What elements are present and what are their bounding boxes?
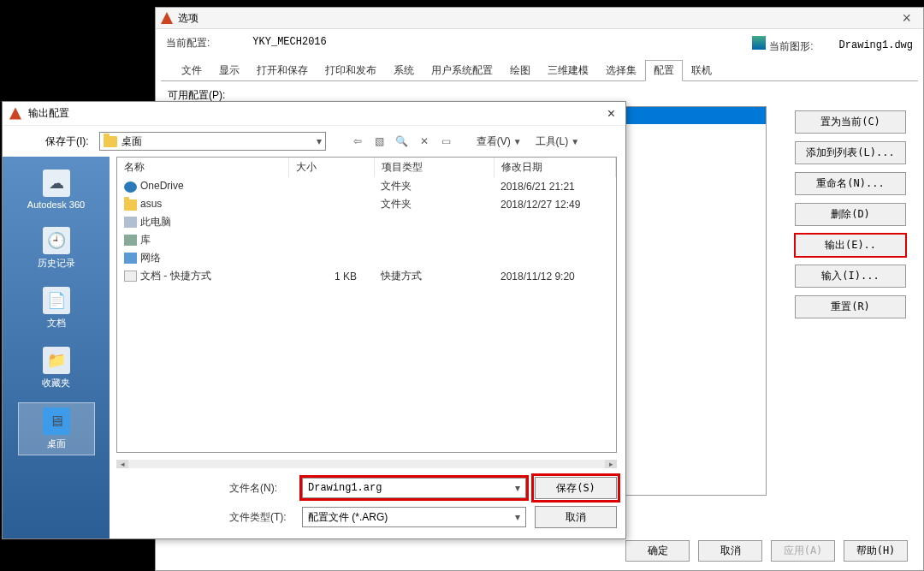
- chevron-down-icon: ▾: [515, 482, 520, 494]
- sidebar-item-documents[interactable]: 📄文档: [18, 283, 95, 334]
- save-title-text: 输出配置: [28, 106, 69, 121]
- tab-online[interactable]: 联机: [683, 60, 720, 81]
- tools-menu-button[interactable]: 工具(L)▼: [532, 133, 583, 151]
- options-tabs: 文件 显示 打开和保存 打印和发布 系统 用户系统配置 绘图 三维建模 选择集 …: [161, 57, 918, 81]
- back-icon[interactable]: ⇦: [350, 134, 365, 149]
- reset-button[interactable]: 重置(R): [795, 295, 906, 318]
- sidebar-item-a360[interactable]: ☁Autodesk 360: [18, 165, 95, 214]
- current-drawing-label: 当前图形:: [769, 40, 813, 52]
- close-icon[interactable]: ×: [604, 106, 619, 122]
- col-name[interactable]: 名称: [117, 158, 288, 177]
- new-folder-icon[interactable]: ▭: [439, 134, 454, 149]
- ok-button[interactable]: 确定: [625, 540, 690, 562]
- add-to-list-button[interactable]: 添加到列表(L)...: [795, 141, 906, 164]
- apply-button[interactable]: 应用(A): [771, 540, 835, 562]
- file-list[interactable]: 名称 大小 项目类型 修改日期 OneDrive文件夹2018/6/21 21:…: [116, 157, 617, 453]
- folder-icon: [104, 136, 117, 147]
- export-button[interactable]: 输出(E)..: [795, 234, 906, 257]
- places-bar: ☁Autodesk 360 🕘历史记录 📄文档 📁收藏夹 🖥桌面: [3, 157, 110, 538]
- chevron-down-icon: ▾: [317, 135, 322, 147]
- network-icon: [124, 253, 137, 264]
- current-profile-value: YKY_MECH2016: [252, 36, 326, 54]
- rename-button[interactable]: 重命名(N)...: [795, 172, 906, 195]
- file-row[interactable]: 网络: [117, 249, 616, 267]
- cancel-button[interactable]: 取消: [535, 506, 617, 528]
- tab-system[interactable]: 系统: [385, 60, 423, 81]
- options-title-text: 选项: [178, 11, 198, 26]
- current-drawing-value: Drawing1.dwg: [839, 39, 913, 51]
- filename-label: 文件名(N):: [229, 481, 293, 496]
- filetype-label: 文件类型(T):: [229, 510, 293, 525]
- dwg-icon: [752, 36, 766, 50]
- options-info-row: 当前配置: YKY_MECH2016 当前图形: Drawing1.dwg: [156, 29, 923, 57]
- save-in-combo[interactable]: 桌面 ▾: [99, 132, 326, 151]
- cloud-icon: [124, 181, 137, 193]
- sidebar-item-history[interactable]: 🕘历史记录: [18, 223, 95, 274]
- import-button[interactable]: 输入(I)...: [795, 265, 906, 288]
- current-profile-label: 当前配置:: [166, 36, 210, 54]
- search-web-icon[interactable]: 🔍: [394, 134, 410, 149]
- up-icon[interactable]: ▧: [372, 134, 388, 149]
- autocad-icon: [161, 12, 173, 24]
- cancel-button[interactable]: 取消: [698, 540, 762, 562]
- autocad-icon: [9, 108, 21, 120]
- filetype-combo[interactable]: 配置文件 (*.ARG) ▾: [302, 507, 526, 527]
- tab-file[interactable]: 文件: [173, 60, 210, 81]
- horizontal-scrollbar[interactable]: ◂▸: [116, 460, 617, 468]
- col-size[interactable]: 大小: [288, 158, 374, 177]
- filename-input[interactable]: Drawing1.arg ▾: [302, 478, 526, 498]
- pc-icon: [124, 217, 137, 228]
- tab-3dmodel[interactable]: 三维建模: [539, 60, 597, 81]
- save-button[interactable]: 保存(S): [535, 477, 617, 499]
- chevron-down-icon: ▾: [515, 511, 520, 523]
- delete-icon[interactable]: ✕: [417, 134, 432, 149]
- export-profile-dialog: 输出配置 × 保存于(I): 桌面 ▾ ⇦ ▧ 🔍 ✕ ▭ 查看(V)▼ 工具(…: [2, 101, 626, 539]
- tab-display[interactable]: 显示: [210, 60, 248, 81]
- set-current-button[interactable]: 置为当前(C): [795, 110, 906, 134]
- sidebar-item-favorites[interactable]: 📁收藏夹: [18, 342, 95, 394]
- file-row[interactable]: asus文件夹2018/12/27 12:49: [117, 195, 616, 213]
- file-row[interactable]: OneDrive文件夹2018/6/21 21:21: [117, 177, 616, 195]
- file-row[interactable]: 此电脑: [117, 213, 616, 231]
- close-icon[interactable]: ×: [895, 9, 918, 27]
- delete-button[interactable]: 删除(D): [795, 203, 906, 226]
- col-type[interactable]: 项目类型: [374, 158, 494, 177]
- tab-selection[interactable]: 选择集: [597, 60, 645, 81]
- library-icon: [124, 235, 137, 246]
- options-footer-buttons: 确定 取消 应用(A) 帮助(H): [625, 540, 908, 562]
- folder-icon: [124, 199, 137, 211]
- tab-profile[interactable]: 配置: [645, 60, 683, 81]
- tab-opensave[interactable]: 打开和保存: [248, 60, 317, 81]
- file-row[interactable]: 库: [117, 231, 616, 249]
- save-in-value: 桌面: [121, 134, 142, 149]
- save-toolbar: 保存于(I): 桌面 ▾ ⇦ ▧ 🔍 ✕ ▭ 查看(V)▼ 工具(L)▼: [3, 126, 625, 157]
- tab-plot[interactable]: 打印和发布: [317, 60, 385, 81]
- file-row[interactable]: 文档 - 快捷方式1 KB快捷方式2018/11/12 9:20: [117, 267, 616, 285]
- tab-userpref[interactable]: 用户系统配置: [423, 60, 501, 81]
- profile-side-buttons: 置为当前(C) 添加到列表(L)... 重命名(N)... 删除(D) 输出(E…: [795, 110, 906, 318]
- shortcut-icon: [124, 271, 137, 282]
- col-date[interactable]: 修改日期: [494, 158, 616, 177]
- save-in-label: 保存于(I):: [45, 134, 89, 149]
- options-titlebar[interactable]: 选项 ×: [156, 8, 923, 29]
- view-menu-button[interactable]: 查看(V)▼: [473, 133, 525, 151]
- save-titlebar[interactable]: 输出配置 ×: [3, 102, 625, 126]
- help-button[interactable]: 帮助(H): [844, 540, 908, 562]
- sidebar-item-desktop[interactable]: 🖥桌面: [18, 402, 95, 455]
- tab-drafting[interactable]: 绘图: [501, 60, 539, 81]
